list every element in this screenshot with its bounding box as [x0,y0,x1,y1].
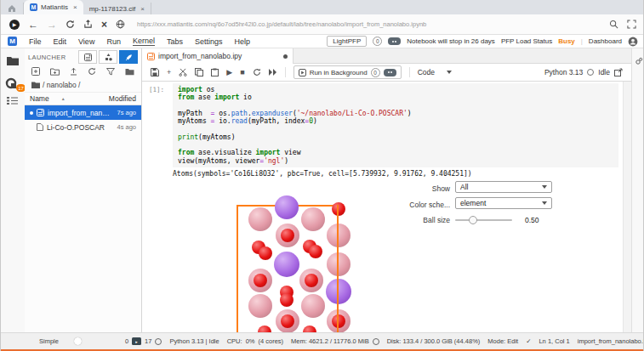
apps-button[interactable] [99,50,117,64]
terminal-count[interactable]: 0 [125,337,128,345]
menu-tabs[interactable]: Tabs [167,37,183,46]
file-browser-toolbar [25,65,141,78]
refresh-icon[interactable] [88,67,96,76]
new-launcher-icon[interactable] [31,67,40,76]
lightpfp-button[interactable]: LightPFP [327,36,367,47]
kernel-status-text[interactable]: Python 3.13 | Idle [169,337,219,345]
separator: | [581,37,583,45]
cell-type-select[interactable]: Code [418,68,452,76]
insert-cell-icon[interactable]: + [167,69,171,76]
slider-thumb[interactable] [469,216,477,224]
memory-usage: Mem: 4621.2 / 11776.0 MiB [291,337,369,345]
property-inspector-icon[interactable] [635,57,643,65]
close-icon[interactable]: × [101,20,107,30]
forward-icon[interactable]: → [47,20,57,30]
new-folder-icon[interactable] [50,68,60,76]
o-atom [281,314,294,328]
run-background-icon [299,69,306,76]
editor-mode[interactable]: Mode: Edit [487,337,518,345]
search-icon[interactable] [609,20,618,29]
breadcrumb[interactable]: / nanolabo / [25,78,141,92]
code-line [178,141,613,149]
menu-help[interactable]: Help [234,37,250,46]
fullscreen-icon[interactable] [627,20,636,29]
restart-kernel-icon[interactable] [253,68,261,76]
url-bar[interactable]: https://xxx.matlantis.com/nq/6o7od5hr42l… [137,20,601,28]
menu-settings[interactable]: Settings [195,37,223,46]
launcher-rocket-button[interactable] [119,50,138,64]
cell-output-text: Atoms(symbols='Co16Li8O32', pbc=True, ce… [173,170,472,178]
ball-size-slider[interactable] [455,219,512,221]
co-atom [248,207,272,231]
paste-icon[interactable] [211,68,219,76]
restart-run-all-icon[interactable] [269,69,277,76]
menu-kernel[interactable]: Kernel [133,37,155,46]
new-notebook-button[interactable] [78,50,97,64]
file-row-notebook[interactable]: import_from_nanola… 7s ago [25,105,141,120]
table-of-contents-icon[interactable] [7,96,18,105]
browser-tab-cif[interactable]: mp-1178123.cif × [83,3,151,14]
file-row-poscar[interactable]: Li-Co-O.POSCAR 4s ago [25,120,141,134]
notebook-toolbar: + ▶ ■ Run in Background 0 Code Python 3.… [142,64,631,82]
color-scheme-label: Color sche... [399,201,450,209]
browser-tab-label: mp-1178123.cif [89,5,136,13]
browser-window: M Matlantis × mp-1178123.cif × ▶ ← → × h… [0,0,644,351]
sort-caret-icon: ▲ [61,96,66,101]
copy-icon[interactable] [195,68,203,76]
menu-file[interactable]: File [29,37,42,46]
upload-icon[interactable] [70,67,77,76]
modified-column-header[interactable]: Modified [109,94,136,103]
record-button[interactable]: ▶ [9,20,20,30]
stop-kernel-icon[interactable]: ■ [240,69,244,76]
color-scheme-select[interactable]: element [455,197,552,209]
unsaved-indicator-icon [283,54,288,59]
code-line: from ase import io [178,93,613,101]
kernel-count[interactable]: 17 [145,337,151,345]
close-tab-icon[interactable]: × [140,5,145,13]
code-line [178,125,613,133]
running-sessions-icon[interactable]: 17 [5,77,20,93]
cut-icon[interactable] [179,68,187,76]
share-icon[interactable] [83,20,93,29]
notebook-tab[interactable]: import_from_nanolabo.ipy [142,48,294,64]
notebook-icon [147,53,155,60]
browser-tab-matlantis[interactable]: M Matlantis × [24,0,83,14]
file-browser-icon[interactable] [7,56,19,66]
menu-run[interactable]: Run [106,37,121,46]
close-tab-icon[interactable]: × [73,3,77,11]
notebook-scrollbar[interactable] [623,82,631,332]
code-line [178,102,613,110]
cursor-position[interactable]: Ln 1, Col 1 [539,337,569,345]
chevron-down-icon [542,185,547,189]
li-atom [326,279,351,304]
o-atom [305,274,318,287]
account-icon[interactable] [628,37,638,47]
cpu-value: 0% [246,337,255,345]
file-list-header[interactable]: Name ▲ Modified [25,92,141,105]
dashboard-link[interactable]: Dashboard [589,37,622,45]
home-tab[interactable] [1,3,24,14]
filter-icon[interactable] [106,68,115,76]
save-icon[interactable] [151,68,159,76]
menu-edit[interactable]: Edit [54,37,67,46]
run-in-background-button[interactable]: Run in Background 0 [294,65,402,79]
debugger-icon[interactable] [614,68,623,76]
reload-icon[interactable] [66,20,75,29]
run-cell-icon[interactable]: ▶ [226,69,232,76]
show-value: All [460,183,468,191]
kernel-name[interactable]: Python 3.13 [544,68,583,76]
back-icon[interactable]: ← [28,20,38,30]
notebook-tab-title: import_from_nanolabo.ipy [158,52,242,60]
show-select[interactable]: All [455,181,552,193]
menu-view[interactable]: View [78,37,94,46]
background-jobs-count: 0 [371,68,380,77]
terminal-icon: ▸ [132,337,141,345]
o-atom [280,293,294,307]
name-column-header[interactable]: Name [30,94,49,103]
file-browser-panel: LAUNCHER / nanolabo / Name ▲ [25,48,142,332]
jupyter-menubar: M File Edit View Run Kernel Tabs Setting… [1,35,644,48]
open-folder-icon[interactable] [125,68,134,76]
code-cell-editor[interactable]: import osfrom ase import io myPath = os.… [173,83,618,167]
active-filename: import_from_nanolabo.ipynb [578,337,644,345]
file-modified: 7s ago [117,109,136,116]
